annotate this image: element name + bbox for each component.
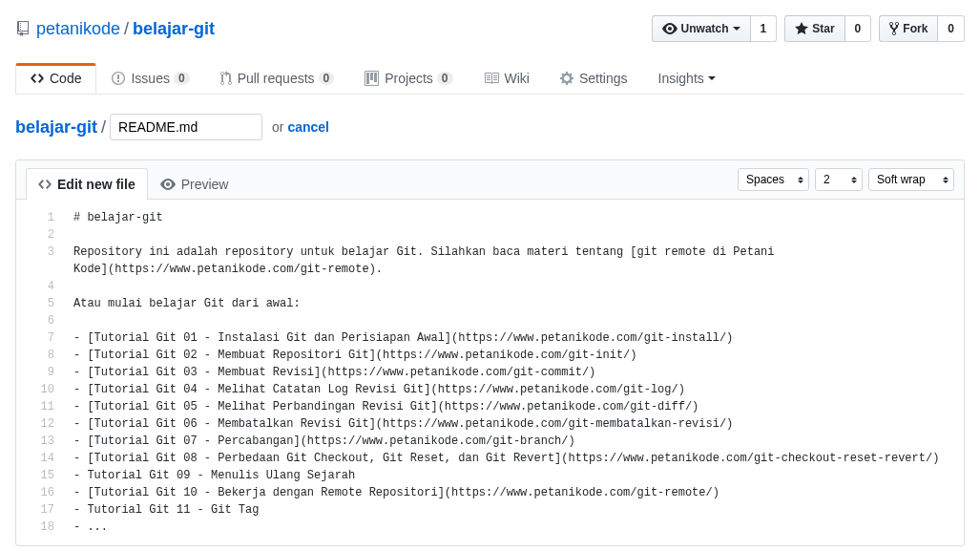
nav-projects[interactable]: Projects 0 (349, 63, 468, 94)
watch-group: Unwatch 1 (652, 15, 778, 42)
repo-actions: Unwatch 1 Star 0 Fork 0 (652, 15, 965, 42)
tab-edit[interactable]: Edit new file (26, 168, 148, 200)
nav-wiki-label: Wiki (505, 71, 530, 86)
nav-insights[interactable]: Insights (643, 63, 731, 94)
breadcrumb: belajar-git / or cancel (15, 95, 965, 159)
nav-projects-label: Projects (385, 71, 433, 86)
fork-count[interactable]: 0 (938, 15, 965, 42)
nav-settings-label: Settings (579, 71, 628, 86)
project-icon (365, 71, 379, 86)
code-editor[interactable]: 123 456789101112131415161718 # belajar-g… (16, 200, 964, 545)
nav-issues-count: 0 (174, 72, 190, 85)
wrap-mode-select[interactable]: Soft wrap (868, 168, 954, 191)
tab-preview-label: Preview (181, 177, 229, 192)
fork-group: Fork 0 (879, 15, 965, 42)
indent-mode-select[interactable]: Spaces (738, 168, 809, 191)
unwatch-label: Unwatch (681, 19, 729, 38)
nav-pulls-count: 0 (319, 72, 335, 85)
line-numbers: 123 456789101112131415161718 (16, 200, 64, 545)
repo-title: petanikode / belajar-git (15, 19, 215, 39)
star-group: Star 0 (784, 15, 871, 42)
nav-pulls[interactable]: Pull requests 0 (205, 63, 350, 94)
repo-icon (15, 21, 31, 36)
nav-code-label: Code (50, 71, 81, 86)
star-count[interactable]: 0 (845, 15, 872, 42)
unwatch-button[interactable]: Unwatch (652, 15, 751, 42)
nav-insights-label: Insights (658, 71, 704, 86)
gear-icon (560, 71, 573, 86)
repo-separator: / (124, 19, 129, 39)
repo-owner-link[interactable]: petanikode (36, 19, 120, 39)
editor-controls: Spaces 2 Soft wrap (728, 160, 964, 199)
fork-icon (889, 21, 899, 36)
cancel-prefix: or (272, 119, 287, 135)
book-icon (484, 71, 499, 86)
code-content[interactable]: # belajar-git Repository ini adalah repo… (64, 200, 964, 545)
file-header: Edit new file Preview Spaces 2 (16, 160, 964, 200)
repo-head: petanikode / belajar-git Unwatch 1 Star … (15, 0, 965, 50)
nav-wiki[interactable]: Wiki (469, 63, 545, 94)
breadcrumb-root[interactable]: belajar-git (15, 117, 97, 138)
star-label: Star (812, 19, 834, 38)
star-button[interactable]: Star (784, 15, 844, 42)
watch-count[interactable]: 1 (751, 15, 778, 42)
fork-label: Fork (903, 19, 928, 38)
star-icon (795, 21, 808, 36)
nav-pulls-label: Pull requests (238, 71, 315, 86)
pull-request-icon (220, 71, 232, 86)
eye-icon (662, 21, 678, 36)
editor-tabs: Edit new file Preview (26, 168, 240, 200)
caret-icon (708, 76, 716, 84)
indent-size-select[interactable]: 2 (815, 168, 863, 191)
repo-name-link[interactable]: belajar-git (133, 19, 215, 39)
filename-input[interactable] (110, 114, 262, 140)
cancel-link[interactable]: cancel (287, 119, 329, 135)
caret-icon (733, 27, 740, 34)
file-editor: Edit new file Preview Spaces 2 (15, 159, 965, 546)
nav-code[interactable]: Code (15, 63, 96, 94)
fork-button[interactable]: Fork (879, 15, 938, 42)
breadcrumb-separator: / (101, 117, 106, 138)
tab-preview[interactable]: Preview (148, 168, 241, 200)
issue-icon (112, 71, 125, 86)
eye-icon (160, 177, 176, 192)
nav-projects-count: 0 (437, 72, 453, 85)
repo-nav: Code Issues 0 Pull requests 0 Projects 0… (15, 63, 965, 95)
nav-issues[interactable]: Issues 0 (96, 63, 204, 94)
code-icon (38, 177, 52, 192)
tab-edit-label: Edit new file (57, 177, 136, 192)
nav-issues-label: Issues (131, 71, 169, 86)
code-icon (31, 71, 44, 86)
cancel-wrap: or cancel (272, 119, 329, 135)
nav-settings[interactable]: Settings (545, 63, 643, 94)
